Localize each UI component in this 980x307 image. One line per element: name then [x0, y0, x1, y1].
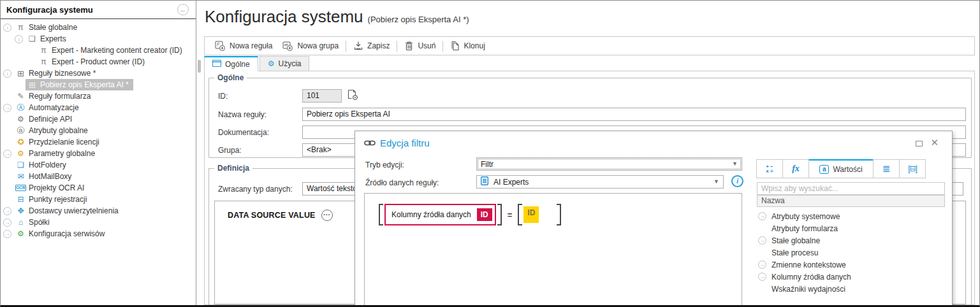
tree-item-label: Parametry globalne: [29, 149, 95, 158]
dialog-tabs: Wartości: [757, 159, 926, 178]
toolbar-separator: [442, 41, 443, 52]
info-icon[interactable]: i: [731, 175, 743, 187]
expander-icon[interactable]: →: [758, 273, 766, 281]
tree-item-label: Automatyzacje: [29, 103, 79, 112]
ellipsis-button[interactable]: ···: [321, 210, 333, 221]
tree-item[interactable]: ⊞ Pobierz opis Eksperta AI *: [1, 79, 196, 90]
dialog-title: Edycja filtru: [364, 138, 430, 148]
tree-item[interactable]: ⚙ Definicje API: [1, 113, 196, 125]
new-group-button[interactable]: ab Nowa grupa: [277, 41, 344, 51]
tree-item[interactable]: → ⚙ Parametry globalne: [1, 148, 196, 159]
app-window: Konfiguracja systemu ← ↓ π Stałe globaln…: [0, 0, 980, 307]
save-button[interactable]: Zapisz: [348, 41, 395, 51]
column-header-name[interactable]: Nazwa: [757, 195, 945, 207]
right-operand-badge[interactable]: ID: [523, 206, 539, 223]
tab-general[interactable]: Ogólne: [204, 56, 258, 71]
tree-item[interactable]: ✪ Przydzielanie licencji: [1, 136, 196, 148]
tree-item-label: Reguły biznesowe *: [29, 69, 96, 78]
tab-functions[interactable]: [782, 159, 809, 178]
tree-item[interactable]: → ⌂ Spółki: [1, 217, 196, 228]
data-source-label: Źródło danych reguły:: [365, 178, 439, 187]
maximize-icon[interactable]: [916, 141, 923, 146]
tree-item-label: Projekty OCR AI: [29, 183, 84, 192]
tree-item-label: Experts: [40, 34, 66, 43]
filter-left-operand[interactable]: Kolumny źródła danych ID: [384, 204, 496, 225]
values-tree-item-label: Stałe procesu: [772, 248, 818, 257]
search-input[interactable]: [757, 182, 945, 195]
values-tree-item[interactable]: → Kolumny źródła danych: [757, 271, 945, 283]
tree-item-label: Definicje API: [29, 115, 72, 124]
tree-item[interactable]: ⊟ Punkty rejestracji: [1, 194, 196, 205]
tree-item[interactable]: ↓ ❏ Experts: [1, 33, 196, 45]
expander-icon[interactable]: →: [758, 236, 766, 245]
edit-mode-combo[interactable]: Filtr ▼: [476, 157, 742, 171]
values-tree-item[interactable]: → Stałe globalne: [757, 234, 945, 246]
rule-name-label: Nazwa reguły:: [218, 110, 267, 119]
close-icon[interactable]: ✕: [930, 137, 939, 148]
expander-icon[interactable]: ↓: [3, 24, 11, 32]
expander-icon[interactable]: ↓: [15, 35, 23, 43]
values-tree-item[interactable]: Atrybuty formularza: [757, 222, 945, 234]
clone-button[interactable]: Klonuj: [445, 41, 490, 51]
sidebar-tree: ↓ π Stałe globalne ↓ ❏ Experts: [1, 19, 196, 239]
tab-usage[interactable]: Użycia: [260, 56, 310, 71]
usage-gear-icon: [268, 59, 275, 68]
values-tree-item[interactable]: Stałe procesu: [757, 246, 945, 259]
operator[interactable]: =: [508, 210, 513, 220]
tree-item[interactable]: ⓐ Atrybuty globalne: [1, 125, 196, 136]
tree-item-label: Dostawcy uwierzytelnienia: [29, 206, 119, 215]
page-subtitle: (Pobierz opis Eksperta AI *): [368, 15, 469, 24]
splitter-grip[interactable]: [198, 60, 201, 73]
ocr-icon: OCR: [15, 185, 26, 192]
api-icon: ⚙: [15, 115, 26, 124]
values-tree-item[interactable]: Wskaźniki wydajności: [757, 283, 945, 295]
collapse-sidebar-icon[interactable]: ←: [177, 4, 189, 15]
expander-icon[interactable]: →: [3, 150, 11, 158]
new-rule-button[interactable]: F Nowa reguła: [210, 41, 277, 51]
printer-icon: ⊟: [15, 196, 26, 204]
tab-bracket-list[interactable]: [899, 159, 926, 178]
data-source-value-title: DATA SOURCE VALUE ···: [228, 210, 333, 221]
variables-icon: [766, 164, 773, 173]
tree-item-label: Konfiguracja serwisów: [29, 229, 105, 238]
tab-values[interactable]: Wartości: [808, 159, 874, 178]
expander-icon[interactable]: →: [3, 218, 11, 227]
mailbox-icon: ✉: [15, 173, 26, 181]
expander-icon[interactable]: →: [758, 212, 766, 220]
license-icon: ✪: [15, 138, 26, 146]
filter-expression: Kolumny źródła danych ID = ID: [379, 204, 561, 225]
id-settings-icon[interactable]: [347, 89, 359, 103]
rule-name-field[interactable]: Pobierz opis Eksperta AI: [302, 108, 966, 121]
form-rules-icon: ✎: [15, 92, 26, 101]
data-source-combo[interactable]: AI Experts ▼: [476, 175, 724, 189]
tree-item-label: Reguły formularza: [29, 92, 91, 101]
expander-icon[interactable]: →: [758, 261, 766, 269]
tree-item[interactable]: → ✥ Dostawcy uwierzytelnienia: [1, 205, 196, 217]
values-tree-item[interactable]: → Atrybuty systemowe: [757, 210, 945, 222]
filter-edit-dialog: Edycja filtru ✕ Tryb edycji: Filtr ▼ Źró…: [355, 131, 953, 307]
expander-icon[interactable]: →: [3, 230, 11, 238]
tree-item[interactable]: π Expert - Marketing content creator (ID…: [1, 45, 196, 56]
sidebar-header: Konfiguracja systemu ←: [1, 1, 196, 19]
left-operand-badge[interactable]: ID: [477, 208, 492, 221]
tree-item[interactable]: OCR Projekty OCR AI: [1, 182, 196, 194]
tree-item[interactable]: ✎ Reguły formularza: [1, 90, 196, 102]
tree-item[interactable]: → Ⓐ Automatyzacje: [1, 102, 196, 113]
detail-list-icon: [882, 163, 891, 175]
delete-button[interactable]: Usuń: [399, 41, 441, 51]
values-tree-item[interactable]: → Zmienne kontekstowe: [757, 259, 945, 271]
expander-icon[interactable]: →: [3, 104, 11, 112]
tree-item[interactable]: → ⚙ Konfiguracja serwisów: [1, 228, 196, 239]
values-tree: → Atrybuty systemowe Atrybuty formularza…: [757, 210, 945, 295]
tree-item[interactable]: ✉ HotMailBoxy: [1, 171, 196, 182]
expander-icon[interactable]: ↓: [3, 69, 11, 78]
expander-icon[interactable]: →: [3, 207, 11, 215]
tree-item[interactable]: ❏ HotFoldery: [1, 159, 196, 171]
tab-detail-list[interactable]: [873, 159, 900, 178]
tree-item[interactable]: ↓ π Stałe globalne: [1, 22, 196, 33]
tab-variables[interactable]: [756, 159, 783, 178]
bracket-right-icon: [497, 204, 502, 225]
tree-item[interactable]: ↓ ⊞ Reguły biznesowe *: [1, 68, 196, 79]
function-icon: [792, 164, 800, 174]
tree-item[interactable]: π Expert - Product owner (ID): [1, 56, 196, 68]
